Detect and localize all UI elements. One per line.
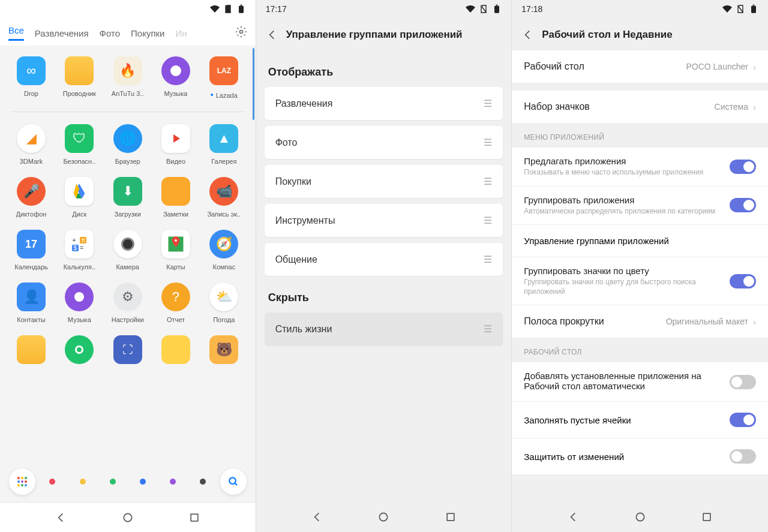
app-camera[interactable]: Камера [105,230,151,270]
app-downloads[interactable]: ⬇Загрузки [105,177,151,218]
dock-all-apps[interactable] [9,468,35,495]
app-3dmark[interactable]: ◢3DMark [8,124,54,165]
scrollbar[interactable] [253,48,254,120]
page-title: Рабочий стол и Недавние [542,29,672,41]
app-bear[interactable]: 🐻 [201,335,247,364]
dock-red[interactable] [39,468,65,495]
weather-icon: ⛅ [209,282,238,311]
bear-icon: 🐻 [209,335,238,364]
row-protect[interactable]: Защитить от изменений [512,438,768,474]
app-screenrec[interactable]: 📹Запись эк.. [201,177,247,218]
recents-icon[interactable] [188,512,200,524]
gear-icon[interactable] [235,26,247,40]
app-drive[interactable]: Диск [56,177,102,218]
app-explorer[interactable]: Проводник [56,56,102,100]
group-shopping[interactable]: Покупки☰ [265,165,503,198]
show-list: Развлечения☰ Фото☰ Покупки☰ Инструменты☰… [256,87,512,276]
group-lifestyle[interactable]: Стиль жизни☰ [265,312,503,345]
home-icon[interactable] [377,511,389,523]
app-calendar[interactable]: 17Календарь [8,230,54,270]
nav-bar [512,502,768,532]
folder-icon [17,335,46,364]
row-suggest[interactable]: Предлагать приложенияПоказывать в меню ч… [512,148,768,187]
row-autoadd[interactable]: Добавлять установленные приложения на Ра… [512,362,768,402]
group-tools[interactable]: Инструменты☰ [265,204,503,237]
drag-icon[interactable]: ☰ [484,254,492,265]
group-photo[interactable]: Фото☰ [265,126,503,159]
row-managegroups[interactable]: Управление группами приложений [512,225,768,257]
toggle-groupapps[interactable] [730,198,756,212]
toggle-protect[interactable] [730,449,756,464]
back-icon[interactable] [567,511,579,523]
app-grid-scroll[interactable]: ∞Drop Проводник 🔥AnTuTu 3.. Музыка LAZ• … [0,46,256,464]
compass-icon: 🧭 [209,230,238,259]
app-music2[interactable]: Музыка [56,282,102,323]
recents-icon[interactable] [445,511,457,523]
page-title: Управление группами приложений [286,29,463,41]
group-communication[interactable]: Общение☰ [265,243,503,276]
dock-search[interactable] [220,468,247,495]
sim-off-icon [223,4,233,14]
back-icon[interactable] [266,29,278,41]
nav-bar [256,502,512,532]
app-notes[interactable]: Заметки [153,177,199,218]
back-icon[interactable] [521,29,533,41]
tab-more[interactable]: Ин [175,28,187,38]
tab-all[interactable]: Все [8,25,24,41]
tab-shopping[interactable]: Покупки [131,28,164,38]
dock-blue[interactable] [130,468,156,495]
drag-icon[interactable]: ☰ [484,176,492,187]
toggle-suggest[interactable] [730,160,756,174]
tag-icon [161,335,190,364]
app-green[interactable] [56,335,102,364]
home-icon[interactable] [634,511,646,523]
app-browser[interactable]: 🌐Браузер [105,124,151,165]
wifi-icon [210,4,220,14]
app-report[interactable]: ?Отчет [153,282,199,323]
toggle-groupcolor[interactable] [730,274,756,288]
app-scan[interactable]: ⛶ [105,335,151,364]
dock-yellow[interactable] [70,468,96,495]
dock-gray[interactable] [190,468,216,495]
app-lazada[interactable]: LAZ• Lazada [201,56,247,100]
row-fill[interactable]: Заполнять пустые ячейки [512,402,768,438]
tab-photo[interactable]: Фото [100,28,120,38]
row-iconset[interactable]: Набор значков Система › [512,91,768,124]
app-calculator[interactable]: +π$=Калькуля.. [56,230,102,270]
app-yellow[interactable] [153,335,199,364]
row-scrollbar[interactable]: Полоса прокрутки Оригинальный макет › [512,305,768,338]
app-contacts[interactable]: 👤Контакты [8,282,54,323]
toggle-autoadd[interactable] [730,375,756,389]
drag-icon[interactable]: ☰ [484,98,492,109]
dock-purple[interactable] [160,468,186,495]
drag-icon[interactable]: ☰ [484,215,492,226]
app-video[interactable]: Видео [153,124,199,165]
back-icon[interactable] [55,512,67,524]
status-icons [210,4,246,14]
drag-icon[interactable]: ☰ [484,137,492,148]
dock-green[interactable] [100,468,126,495]
app-settings[interactable]: ⚙Настройки [105,282,151,323]
app-antutu[interactable]: 🔥AnTuTu 3.. [105,56,151,100]
app-folder[interactable] [8,335,54,364]
tab-entertainment[interactable]: Развлечения [35,28,89,38]
app-music[interactable]: Музыка [153,56,199,100]
toggle-fill[interactable] [730,413,756,427]
app-maps[interactable]: Карты [153,230,199,270]
app-drop[interactable]: ∞Drop [8,56,54,100]
group-appmenu-label: МЕНЮ ПРИЛОЖЕНИЙ [512,124,768,148]
app-recorder[interactable]: 🎤Диктофон [8,177,54,218]
row-groupapps[interactable]: Группировать приложенияАвтоматически рас… [512,187,768,226]
app-gallery[interactable]: ▲Галерея [201,124,247,165]
row-desktop[interactable]: Рабочий стол POCO Launcher › [512,50,768,83]
home-icon[interactable] [122,512,134,524]
row-groupcolor[interactable]: Группировать значки по цветуГруппировать… [512,257,768,305]
back-icon[interactable] [311,511,323,523]
group-entertainment[interactable]: Развлечения☰ [265,87,503,120]
svg-rect-22 [753,5,755,6]
app-security[interactable]: 🛡Безопасн.. [56,124,102,165]
recents-icon[interactable] [701,511,713,523]
drag-icon[interactable]: ☰ [484,323,492,335]
app-compass[interactable]: 🧭Компас [201,230,247,270]
app-weather[interactable]: ⛅Погода [201,282,247,323]
